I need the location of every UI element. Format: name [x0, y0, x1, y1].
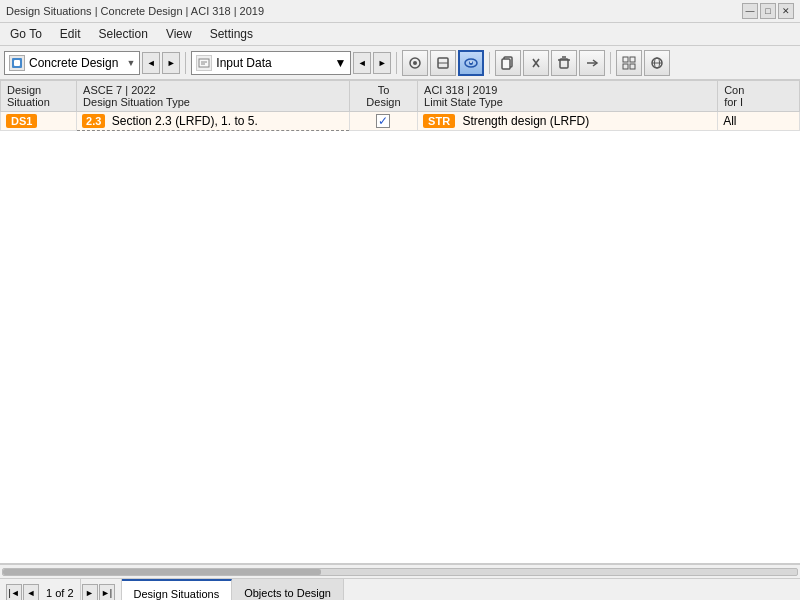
- separator-1: [185, 52, 186, 74]
- tool-button-active[interactable]: [458, 50, 484, 76]
- tool-button-1[interactable]: [402, 50, 428, 76]
- nav-next-page-button[interactable]: ►: [82, 584, 98, 601]
- table-row[interactable]: DS1 2.3 Section 2.3 (LRFD), 1. to 5. ✓ S…: [1, 112, 800, 131]
- status-bar: |◄ ◄ 1 of 2 ► ►| Design Situations Objec…: [0, 578, 800, 600]
- col-aci-type: ACI 318 | 2019 Limit State Type: [418, 81, 718, 112]
- nav-next-button[interactable]: ►: [162, 52, 180, 74]
- cell-aci-desc: STR Strength design (LRFD): [418, 112, 718, 131]
- main-table: Design Situation ASCE 7 | 2022 Design Si…: [0, 80, 800, 131]
- input-data-label: Input Data: [216, 56, 271, 70]
- cell-con-for: All: [718, 112, 800, 131]
- svg-rect-21: [630, 57, 635, 62]
- tool-copy[interactable]: [495, 50, 521, 76]
- close-button[interactable]: ✕: [778, 3, 794, 19]
- tool-cut[interactable]: [523, 50, 549, 76]
- separator-4: [610, 52, 611, 74]
- svg-point-11: [470, 61, 472, 63]
- scrollbar-thumb[interactable]: [3, 569, 321, 575]
- nav-prev-page-button[interactable]: ◄: [23, 584, 39, 601]
- col-design-situation: Design Situation: [1, 81, 77, 112]
- page-indicator: 1 of 2: [40, 579, 81, 600]
- concrete-design-icon: [9, 55, 25, 71]
- title-bar: Design Situations | Concrete Design | AC…: [0, 0, 800, 23]
- table-header-row: Design Situation ASCE 7 | 2022 Design Si…: [1, 81, 800, 112]
- svg-rect-23: [630, 64, 635, 69]
- nav-last-button[interactable]: ►|: [99, 584, 115, 601]
- menu-view[interactable]: View: [160, 25, 198, 43]
- input-data-dropdown[interactable]: Input Data ▼: [191, 51, 351, 75]
- separator-2: [396, 52, 397, 74]
- asce-code-badge: 2.3: [82, 114, 105, 128]
- tool-button-2[interactable]: [430, 50, 456, 76]
- svg-rect-1: [14, 60, 20, 66]
- asce-desc-text: Section 2.3 (LRFD), 1. to 5.: [112, 114, 258, 128]
- window-controls: — □ ✕: [742, 3, 794, 19]
- input-nav-next[interactable]: ►: [373, 52, 391, 74]
- tool-arrow-right[interactable]: [579, 50, 605, 76]
- menu-settings[interactable]: Settings: [204, 25, 259, 43]
- col-asce-type: ASCE 7 | 2022 Design Situation Type: [77, 81, 350, 112]
- input-data-arrow: ▼: [334, 56, 346, 70]
- tab-objects-to-design[interactable]: Objects to Design: [232, 579, 344, 600]
- menu-edit[interactable]: Edit: [54, 25, 87, 43]
- tool-grid[interactable]: [616, 50, 642, 76]
- nav-prev-button[interactable]: ◄: [142, 52, 160, 74]
- cell-asce-desc: 2.3 Section 2.3 (LRFD), 1. to 5.: [77, 112, 350, 131]
- ds-badge: DS1: [6, 114, 37, 128]
- menu-goto[interactable]: Go To: [4, 25, 48, 43]
- input-nav-prev[interactable]: ◄: [353, 52, 371, 74]
- svg-rect-22: [623, 64, 628, 69]
- to-design-checkbox[interactable]: ✓: [376, 114, 390, 128]
- content-area: Design Situation ASCE 7 | 2022 Design Si…: [0, 80, 800, 578]
- str-badge: STR: [423, 114, 455, 128]
- aci-desc-text: Strength design (LRFD): [462, 114, 589, 128]
- separator-3: [489, 52, 490, 74]
- tool-del[interactable]: [551, 50, 577, 76]
- title-text: Design Situations | Concrete Design | AC…: [6, 5, 264, 17]
- concrete-design-arrow: ▼: [126, 58, 135, 68]
- minimize-button[interactable]: —: [742, 3, 758, 19]
- svg-point-6: [413, 61, 417, 65]
- menu-bar: Go To Edit Selection View Settings: [0, 23, 800, 46]
- scrollbar-track[interactable]: [2, 568, 798, 576]
- restore-button[interactable]: □: [760, 3, 776, 19]
- tool-globe[interactable]: [644, 50, 670, 76]
- concrete-design-dropdown[interactable]: Concrete Design ▼: [4, 51, 140, 75]
- menu-selection[interactable]: Selection: [93, 25, 154, 43]
- horizontal-scrollbar[interactable]: [0, 564, 800, 578]
- status-nav: |◄ ◄ 1 of 2 ► ►|: [0, 579, 122, 600]
- svg-rect-20: [623, 57, 628, 62]
- input-data-icon: [196, 55, 212, 71]
- col-con-for: Con for I: [718, 81, 800, 112]
- tab-design-situations[interactable]: Design Situations: [122, 579, 233, 600]
- toolbar: Concrete Design ▼ ◄ ► Input Data ▼ ◄ ►: [0, 46, 800, 80]
- cell-to-design[interactable]: ✓: [349, 112, 417, 131]
- col-to-design: To Design: [349, 81, 417, 112]
- svg-rect-13: [502, 59, 510, 69]
- cell-ds-badge: DS1: [1, 112, 77, 131]
- table-container[interactable]: Design Situation ASCE 7 | 2022 Design Si…: [0, 80, 800, 564]
- nav-first-button[interactable]: |◄: [6, 584, 22, 601]
- svg-rect-2: [199, 59, 209, 67]
- concrete-design-label: Concrete Design: [29, 56, 118, 70]
